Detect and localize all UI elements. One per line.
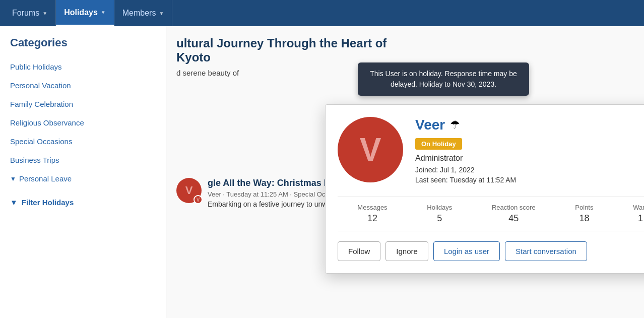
stat-points-value: 18 xyxy=(575,213,593,224)
holiday-umbrella-icon: ☂ xyxy=(450,118,460,132)
sidebar-item-special-occasions[interactable]: Special Occasions xyxy=(0,132,166,151)
stat-holidays-value: 5 xyxy=(427,213,452,224)
ignore-button[interactable]: Ignore xyxy=(385,241,428,261)
profile-header: V Veer ☂ On Holiday Administrator Joined… xyxy=(338,117,644,186)
stat-reaction-value: 45 xyxy=(492,213,536,224)
stat-messages-label: Messages xyxy=(357,204,387,211)
nav-holidays-label: Holidays xyxy=(64,8,98,17)
holiday-tooltip: This User is on holiday. Response time m… xyxy=(358,62,529,96)
profile-avatar: V xyxy=(338,117,403,182)
filter-holidays-button[interactable]: ▼ Filter Holidays xyxy=(0,192,166,213)
profile-last-seen: Last seen: Tuesday at 11:52 AM xyxy=(415,176,644,184)
stat-warnings-label: Warnings xyxy=(633,204,644,211)
bg-avatar-badge: V xyxy=(194,195,203,204)
nav-forums-label: Forums xyxy=(12,9,39,18)
stat-holidays: Holidays 5 xyxy=(427,204,452,224)
stat-holidays-label: Holidays xyxy=(427,204,452,211)
sidebar: Categories Public Holidays Personal Vaca… xyxy=(0,26,166,318)
start-conversation-button[interactable]: Start conversation xyxy=(505,241,587,261)
nav-forums-caret: ▼ xyxy=(42,11,47,16)
profile-username: Veer xyxy=(415,117,445,133)
navbar: Forums ▼ Holidays ▼ Members ▼ xyxy=(0,0,644,26)
sidebar-item-public-holidays[interactable]: Public Holidays xyxy=(0,57,166,76)
sidebar-item-personal-vacation[interactable]: Personal Vacation xyxy=(0,76,166,95)
sidebar-item-business-trips[interactable]: Business Trips xyxy=(0,151,166,169)
stat-points: Points 18 xyxy=(575,204,593,224)
main-content: Categories Public Holidays Personal Vaca… xyxy=(0,26,644,318)
nav-holidays[interactable]: Holidays ▼ xyxy=(56,0,114,26)
on-holiday-badge: On Holiday xyxy=(415,138,462,150)
login-as-user-button[interactable]: Login as user xyxy=(433,241,500,261)
nav-members-caret: ▼ xyxy=(159,11,164,16)
sidebar-item-personal-leave[interactable]: ▼ Personal Leave xyxy=(0,169,166,188)
profile-action-buttons: Follow Ignore Login as user Start conver… xyxy=(338,241,644,261)
content-area: ultural Journey Through the Heart of Kyo… xyxy=(166,26,644,318)
stat-reaction-score: Reaction score 45 xyxy=(492,204,536,224)
stat-messages-value: 12 xyxy=(357,213,387,224)
follow-button[interactable]: Follow xyxy=(338,241,380,261)
bg-article-title: ultural Journey Through the Heart of Kyo… xyxy=(176,36,634,65)
sidebar-item-family-celebration[interactable]: Family Celebration xyxy=(0,95,166,113)
stat-reaction-label: Reaction score xyxy=(492,204,536,211)
nav-forums[interactable]: Forums ▼ xyxy=(4,0,56,26)
collapse-arrow-icon: ▼ xyxy=(10,175,16,182)
stat-warnings: Warnings 1 / 2 xyxy=(633,204,644,224)
sidebar-item-religious-observance[interactable]: Religious Observance xyxy=(0,113,166,132)
filter-icon: ▼ xyxy=(10,198,18,207)
profile-joined: Joined: Jul 1, 2022 xyxy=(415,166,644,174)
profile-popup: ⚙ ▼ V Veer ☂ On Holiday Administrator xyxy=(325,104,644,274)
nav-members-label: Members xyxy=(122,9,156,18)
profile-name-row: Veer ☂ xyxy=(415,117,644,133)
nav-holidays-caret: ▼ xyxy=(101,10,106,15)
sidebar-title: Categories xyxy=(0,36,166,57)
stat-warnings-value: 1 / 2 xyxy=(633,213,644,224)
profile-info: Veer ☂ On Holiday Administrator Joined: … xyxy=(415,117,644,186)
bg-avatar: V V xyxy=(176,178,202,203)
stat-messages: Messages 12 xyxy=(357,204,387,224)
nav-members[interactable]: Members ▼ xyxy=(114,0,173,26)
profile-stats-row: Messages 12 Holidays 5 Reaction score 45… xyxy=(338,196,644,231)
profile-role: Administrator xyxy=(415,154,644,163)
stat-points-label: Points xyxy=(575,204,593,211)
